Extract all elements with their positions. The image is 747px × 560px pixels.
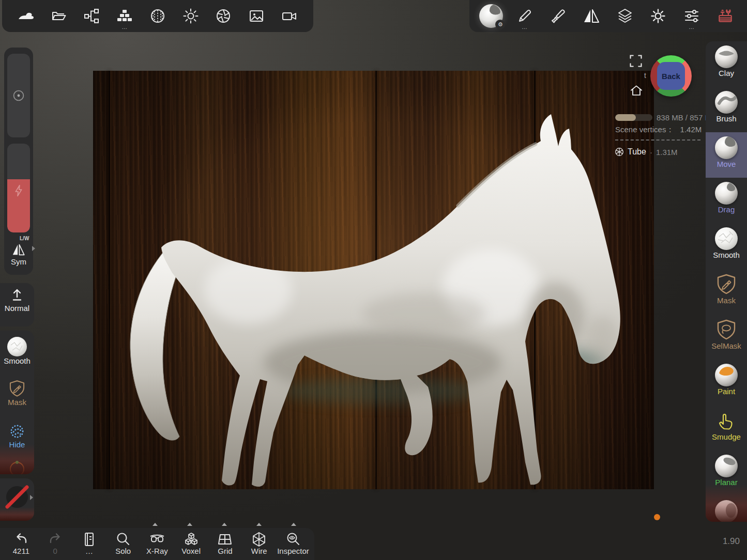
grid-caret[interactable] (222, 523, 227, 526)
material-matcap-icon (149, 8, 166, 24)
intensity-slider[interactable] (7, 144, 30, 232)
object-row[interactable]: Tube · 1.31M (615, 147, 678, 157)
grid-toggle[interactable]: Grid (209, 530, 241, 555)
tool-label: Move (706, 160, 747, 168)
scene-graph-button[interactable] (79, 3, 104, 29)
tool-mask[interactable]: Mask (706, 269, 747, 314)
mirror-symmetry-icon (583, 8, 600, 24)
sym-label: Sym (4, 257, 33, 266)
tool-selmask[interactable]: SelMask (706, 314, 747, 360)
falloff-button[interactable] (0, 484, 34, 510)
material-sphere-button[interactable]: ⚙ (478, 3, 504, 29)
smooth-sphere-icon (715, 227, 738, 250)
scene-graph-icon (83, 8, 100, 24)
stats-separator (615, 139, 700, 141)
grid-label: Grid (209, 547, 241, 555)
home-view-button[interactable] (629, 84, 644, 98)
planar-sphere-icon (715, 455, 738, 477)
lighting-button[interactable] (178, 3, 204, 29)
postprocess-button[interactable] (210, 3, 236, 29)
selmask-shield-icon (715, 318, 738, 341)
files-button[interactable] (46, 3, 72, 29)
background-button[interactable] (243, 3, 269, 29)
notebook-icon (81, 531, 97, 548)
topology-more-badge: … (121, 24, 128, 30)
paintbrush-icon (550, 8, 567, 24)
painting-button[interactable] (545, 3, 571, 29)
tool-paint[interactable]: Paint (706, 360, 747, 405)
inspector-caret[interactable] (291, 523, 296, 526)
debug-tools-button[interactable] (712, 3, 738, 29)
redo-button[interactable]: 0 (39, 530, 71, 555)
solo-toggle[interactable]: Solo (107, 530, 139, 555)
view-back-face[interactable]: Back (657, 62, 685, 90)
normal-mode-button[interactable]: Normal (0, 287, 34, 313)
tool-planar[interactable]: Planar (706, 450, 747, 496)
arrow-up-icon (9, 287, 25, 304)
scene-vertices-label: Scene vertices： (615, 125, 674, 134)
memory-usage-fill (615, 114, 636, 121)
gizmo-quick-button[interactable] (0, 459, 34, 474)
radius-slider[interactable] (7, 54, 30, 137)
wire-caret[interactable] (256, 523, 262, 526)
fullscreen-button[interactable] (629, 54, 643, 68)
sliders-icon (683, 8, 700, 24)
hide-quick-button[interactable]: Hide (0, 423, 34, 449)
undo-button[interactable]: 4211 (5, 530, 37, 555)
interface-settings-button[interactable]: … (679, 3, 705, 29)
symmetry-toggle[interactable]: L/W Sym (4, 236, 33, 266)
view-orientation-ball[interactable]: Back (650, 55, 692, 97)
inspector-toggle[interactable]: Inspector (277, 530, 309, 555)
tool-label: Clay (706, 69, 747, 77)
voxel-caret[interactable] (187, 523, 192, 526)
xray-caret[interactable] (153, 523, 158, 526)
sym-mirror-icon (11, 242, 26, 257)
tool-next-partial[interactable] (706, 496, 747, 522)
mask-shield-icon (715, 273, 738, 295)
voxel-toggle[interactable]: Voxel (175, 530, 207, 555)
wire-toggle[interactable]: Wire (243, 530, 275, 555)
tool-list-panel: Clay Brush Move Drag Smooth Mask SelMask (706, 41, 747, 522)
settings-button[interactable] (645, 3, 671, 29)
tool-drag[interactable]: Drag (706, 178, 747, 223)
sun-icon (182, 8, 199, 24)
memory-usage-bar (615, 114, 652, 121)
symmetry-button[interactable] (578, 3, 604, 29)
material-button[interactable] (145, 3, 171, 29)
falloff-expand-arrow[interactable] (30, 495, 33, 500)
wire-sphere-icon (615, 147, 624, 157)
layers-button[interactable] (612, 3, 638, 29)
tool-smooth[interactable]: Smooth (706, 223, 747, 269)
solo-label: Solo (107, 547, 139, 555)
glasses-icon (149, 531, 165, 548)
redo-count: 0 (39, 547, 71, 555)
video-camera-icon (281, 8, 298, 24)
voxel-cubes-icon (183, 531, 200, 548)
xray-toggle[interactable]: X-Ray (141, 530, 173, 555)
material-gear-badge: ⚙ (495, 20, 505, 29)
top-left-toolbar: … (2, 0, 313, 32)
undo-icon (13, 531, 29, 548)
object-separator: · (650, 148, 652, 157)
sym-expand-arrow[interactable] (32, 246, 35, 251)
tool-label: Mask (706, 296, 747, 305)
history-button[interactable]: … (73, 530, 105, 555)
tool-smudge[interactable]: Smudge (706, 405, 747, 450)
eye-magnifier-icon (285, 531, 301, 548)
camera-button[interactable] (277, 3, 302, 29)
occluded-view-label-fragment: t (644, 71, 646, 80)
nomad-logo-button[interactable] (13, 3, 39, 29)
layers-icon (617, 8, 633, 24)
tool-brush[interactable]: Brush (706, 87, 747, 132)
tool-label: Drag (706, 205, 747, 214)
tool-clay[interactable]: Clay (706, 41, 747, 87)
topology-button[interactable]: … (112, 3, 138, 29)
mask-quick-button[interactable]: Mask (0, 379, 34, 407)
memory-usage-text: 838 MB / 857 MB (657, 113, 706, 123)
notification-dot[interactable] (654, 514, 660, 520)
sculpt-viewport[interactable] (93, 71, 654, 489)
tool-move[interactable]: Move (706, 132, 747, 178)
smooth-quick-button[interactable]: Smooth (0, 337, 34, 365)
horse-sculpture[interactable] (93, 71, 654, 489)
stroke-settings-button[interactable]: … (512, 3, 538, 29)
